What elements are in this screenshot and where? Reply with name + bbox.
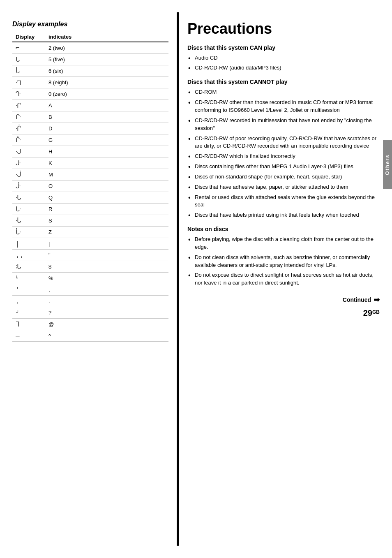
table-row: .. xyxy=(12,296,168,307)
display-char: ᒔ xyxy=(12,100,45,111)
display-char: | xyxy=(12,238,45,250)
table-row: ᒠ$ xyxy=(12,261,168,273)
indicates-value: ? xyxy=(45,307,168,319)
indicates-value: M xyxy=(45,169,168,181)
indicates-value: 5 (five) xyxy=(45,54,168,65)
table-row: ᒛO xyxy=(12,181,168,192)
table-row: ', xyxy=(12,284,168,296)
display-char: ᒛ xyxy=(12,181,45,192)
list-item: CD-R/CD-RW (audio data/MP3 files) xyxy=(187,64,380,72)
cannot-play-list: CD-ROMCD-R/CD-RW other than those record… xyxy=(187,88,380,219)
display-char: ᒘ xyxy=(12,146,45,157)
display-char: . xyxy=(12,296,45,307)
section-title: Display examples xyxy=(12,21,168,28)
display-char: ᒚ xyxy=(12,169,45,181)
indicates-value: R xyxy=(45,204,168,215)
indicates-value: Z xyxy=(45,227,168,238)
indicates-value: Q xyxy=(45,192,168,204)
can-play-list: Audio CDCD-R/CD-RW (audio data/MP3 files… xyxy=(187,54,380,72)
table-row: —^ xyxy=(12,330,168,342)
table-row: ᒞS xyxy=(12,215,168,227)
display-char: ' xyxy=(12,284,45,296)
display-char: ᒟ xyxy=(12,227,45,238)
indicates-value: . xyxy=(45,296,168,307)
left-column: Display examples Display indicates ⌐2 (t… xyxy=(0,12,177,546)
list-item: Rental or used discs with attached seals… xyxy=(187,194,380,209)
table-row: ᒕB xyxy=(12,111,168,123)
list-item: Do not expose discs to direct sunlight o… xyxy=(187,271,380,287)
indicates-value: ^ xyxy=(45,330,168,342)
cannot-play-heading: Discs that this system CANNOT play xyxy=(187,79,380,85)
display-char: — xyxy=(12,330,45,342)
display-char: ᒠ xyxy=(12,261,45,273)
indicates-value: $ xyxy=(45,261,168,273)
table-row: ᒢ? xyxy=(12,307,168,319)
display-char: ᒞ xyxy=(12,215,45,227)
indicates-value: G xyxy=(45,134,168,146)
table-row: ᒚM xyxy=(12,169,168,181)
display-char: ᒓ xyxy=(12,88,45,100)
display-char: ᒐ xyxy=(12,54,45,65)
list-item: CD-R/CD-RW recorded in multisession that… xyxy=(187,117,380,132)
display-char: ᒒ xyxy=(12,77,45,88)
display-char: ᒜ xyxy=(12,192,45,204)
indicates-value: S xyxy=(45,215,168,227)
table-row: ᒜQ xyxy=(12,192,168,204)
continued-arrow: ➡ xyxy=(374,295,380,304)
display-char: ᒣ xyxy=(12,319,45,330)
table-row: ᒡ% xyxy=(12,273,168,284)
list-item: Discs that have adhesive tape, paper, or… xyxy=(187,183,380,191)
table-row: ᒓ0 (zero) xyxy=(12,88,168,100)
indicates-value: % xyxy=(45,273,168,284)
indicates-value: | xyxy=(45,238,168,250)
indicates-value: D xyxy=(45,123,168,134)
table-row: ᒙK xyxy=(12,157,168,169)
display-char: ᒡ xyxy=(12,273,45,284)
display-char: ᒗ xyxy=(12,134,45,146)
indicates-value: H xyxy=(45,146,168,157)
list-item: Audio CD xyxy=(187,54,380,62)
table-row: ᒘH xyxy=(12,146,168,157)
page-container: Display examples Display indicates ⌐2 (t… xyxy=(0,0,392,558)
table-row: ᒝR xyxy=(12,204,168,215)
display-char: ᒙ xyxy=(12,157,45,169)
page-number: 29 xyxy=(363,308,372,317)
list-item: CD-R/CD-RW other than those recorded in … xyxy=(187,99,380,114)
col1-header: Display xyxy=(12,32,45,42)
indicates-value: , xyxy=(45,284,168,296)
indicates-value: B xyxy=(45,111,168,123)
page-suffix: GB xyxy=(372,309,380,315)
can-play-heading: Discs that this system CAN play xyxy=(187,44,380,51)
table-row: ᒐ5 (five) xyxy=(12,54,168,65)
display-char: ᒖ xyxy=(12,123,45,134)
indicates-value: 6 (six) xyxy=(45,65,168,77)
list-item: Do not clean discs with solvents, such a… xyxy=(187,254,380,269)
table-row: ᒖD xyxy=(12,123,168,134)
list-item: CD-R/CD-RW of poor recording quality, CD… xyxy=(187,135,380,150)
display-char: ᒕ xyxy=(12,111,45,123)
indicates-value: K xyxy=(45,157,168,169)
indicates-value: A xyxy=(45,100,168,111)
table-row: ᒣ@ xyxy=(12,319,168,330)
right-column: Precautions Discs that this system CAN p… xyxy=(177,12,392,546)
display-char: ᒑ xyxy=(12,65,45,77)
col2-header: indicates xyxy=(45,32,168,42)
indicates-value: 8 (eight) xyxy=(45,77,168,88)
table-row: ,," xyxy=(12,250,168,261)
list-item: CD-R/CD-RW which is finalized incorrectl… xyxy=(187,153,380,160)
table-row: ᒒ8 (eight) xyxy=(12,77,168,88)
list-item: Discs that have labels printed using ink… xyxy=(187,211,380,219)
indicates-value: 0 (zero) xyxy=(45,88,168,100)
display-char: ᒢ xyxy=(12,307,45,319)
table-row: ᒟZ xyxy=(12,227,168,238)
display-char: ,, xyxy=(12,250,45,261)
table-row: ᒗG xyxy=(12,134,168,146)
indicates-value: 2 (two) xyxy=(45,42,168,54)
display-char: ᒝ xyxy=(12,204,45,215)
list-item: Discs containing files other than MPEG 1… xyxy=(187,163,380,171)
list-item: CD-ROM xyxy=(187,88,380,96)
indicates-value: O xyxy=(45,181,168,192)
table-row: ⌐2 (two) xyxy=(12,42,168,54)
table-row: ᒑ6 (six) xyxy=(12,65,168,77)
list-item: Discs of non-standard shape (for example… xyxy=(187,173,380,181)
